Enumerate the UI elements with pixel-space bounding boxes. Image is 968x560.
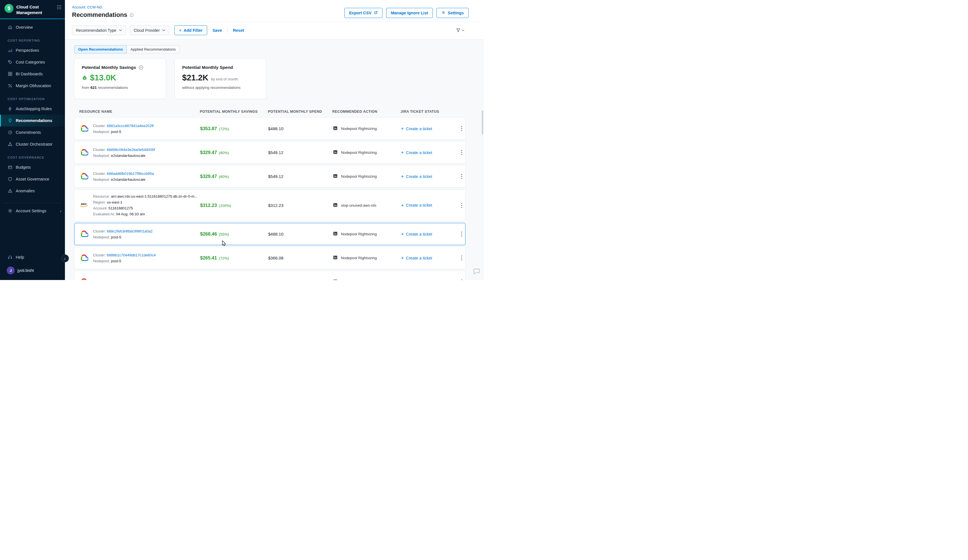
export-csv-button[interactable]: Export CSV xyxy=(344,8,383,18)
sidebar-item-perspectives[interactable]: Perspectives xyxy=(0,45,65,56)
table-row[interactable]: Cluster: 6881a3ccc887941a4ee202ffNodepoo… xyxy=(74,118,466,140)
row-menu-button[interactable] xyxy=(458,126,465,131)
resource-line: Nodepool: e2standar4autoscale xyxy=(93,177,200,182)
add-filter-button[interactable]: + Add Filter xyxy=(174,25,207,35)
table-row[interactable]: Cluster: 6886e92f59a48cad86b5b1c6 $244.0… xyxy=(74,271,466,280)
resource-value: pool-5 xyxy=(111,235,121,239)
breadcrumb-account-link[interactable]: Account: CCM-NG xyxy=(72,5,102,9)
resource-line: Region: us-east-1 xyxy=(93,199,200,205)
sidebar-item-label: Commitments xyxy=(16,130,41,135)
plus-icon: + xyxy=(401,279,404,280)
create-ticket-button[interactable]: + Create a ticket xyxy=(401,279,458,280)
headset-icon xyxy=(8,255,13,260)
accent-divider xyxy=(0,18,65,19)
create-ticket-button[interactable]: + Create a ticket xyxy=(401,203,458,208)
potential-spend-card: Potential Monthly Spend $21.2K by end of… xyxy=(174,58,266,99)
gcp-logo-icon xyxy=(79,124,88,133)
table-row[interactable]: aws Resource: arn:aws:rds:us-east-1:5116… xyxy=(74,189,466,221)
cluster-orchestrator-icon xyxy=(8,142,13,147)
resource-info: Cluster: 6888b1c70e49db17c1de60c4Nodepoo… xyxy=(93,252,200,264)
create-ticket-button[interactable]: + Create a ticket xyxy=(401,150,458,155)
resource-link[interactable]: 688add6fb019b17f9bccb95a xyxy=(107,171,154,176)
tab-applied-recommendations[interactable]: Applied Recommendations xyxy=(127,45,180,53)
filter-drawer-button[interactable] xyxy=(456,28,464,33)
create-ticket-button[interactable]: + Create a ticket xyxy=(401,174,458,179)
row-menu-button[interactable] xyxy=(458,150,465,155)
save-filter-button[interactable]: Save xyxy=(211,28,224,33)
potential-savings-value: $13.0K xyxy=(90,74,116,82)
sidebar-collapse-button[interactable]: ‹ xyxy=(61,254,69,262)
sidebar-item-help[interactable]: Help xyxy=(0,251,65,263)
resource-link[interactable]: 688c2fefc84fbdc99801a0a2 xyxy=(107,229,152,234)
info-icon[interactable] xyxy=(129,13,134,17)
sidebar-item-budgets[interactable]: Budgets xyxy=(0,161,65,173)
sidebar-item-anomalies[interactable]: Anomalies xyxy=(0,185,65,197)
header-actions: Export CSV Manage Ignore List Settings xyxy=(344,5,469,18)
sidebar-item-cost-categories[interactable]: Cost Categories xyxy=(0,56,65,68)
resource-link[interactable]: 6888b1c70e49db17c1de60c4 xyxy=(107,253,156,257)
sidebar-item-overview[interactable]: Overview xyxy=(0,22,65,33)
module-switcher-icon[interactable] xyxy=(57,4,61,11)
rightsizing-action-icon xyxy=(333,149,338,156)
plus-icon: + xyxy=(401,231,404,237)
recommended-action-cell: Nodepool Rightsizing xyxy=(333,125,401,132)
chat-help-icon[interactable] xyxy=(473,267,480,276)
scrollbar-thumb[interactable] xyxy=(482,111,483,135)
tab-open-recommendations[interactable]: Open Recommendations xyxy=(74,45,127,53)
avatar: J xyxy=(7,267,15,274)
recommendations-table: RESOURCE NAME POTENTIAL MONTHLY SAVINGS … xyxy=(74,109,466,280)
row-menu-button[interactable] xyxy=(458,203,465,208)
sidebar-item-recommendations[interactable]: Recommendations xyxy=(0,115,65,126)
table-row[interactable]: Cluster: 68898c064e3e2ba0e544005fNodepoo… xyxy=(74,141,466,164)
row-menu-button[interactable] xyxy=(458,279,465,280)
plus-icon: + xyxy=(179,28,182,33)
recommended-action-cell: Nodepool Rightsizing xyxy=(333,173,401,180)
recommendation-type-select[interactable]: Recommendation Type xyxy=(72,26,126,35)
column-header: JIRA TICKET STATUS xyxy=(401,109,457,114)
chevron-right-icon: › xyxy=(60,209,61,214)
resource-line: Cluster: 6888b1c70e49db17c1de60c4 xyxy=(93,252,200,258)
chevron-down-icon xyxy=(119,29,122,31)
sidebar-item-label: Help xyxy=(16,255,24,260)
resource-link[interactable]: 6881a3ccc887941a4ee202ff xyxy=(107,124,154,128)
sidebar-item-commitments[interactable]: Commitments xyxy=(0,126,65,138)
resource-link[interactable]: 68898c064e3e2ba0e544005f xyxy=(107,147,155,152)
sidebar-item-asset-governance[interactable]: Asset Governance xyxy=(0,173,65,185)
kebab-icon xyxy=(461,279,462,280)
user-menu[interactable]: J jyoti.bisht xyxy=(0,263,65,277)
settings-button[interactable]: Settings xyxy=(436,8,469,18)
gcp-logo-icon xyxy=(79,253,88,263)
resource-link[interactable]: 6886e92f59a48cad86b5b1c6 xyxy=(107,280,155,280)
table-header-row: RESOURCE NAME POTENTIAL MONTHLY SAVINGS … xyxy=(74,109,466,118)
rightsizing-action-icon xyxy=(333,278,338,280)
row-menu-button[interactable] xyxy=(458,231,465,237)
gear-icon xyxy=(8,208,13,214)
create-ticket-button[interactable]: + Create a ticket xyxy=(401,231,458,237)
sidebar-item-account-settings[interactable]: Account Settings › xyxy=(0,205,65,217)
create-ticket-button[interactable]: + Create a ticket xyxy=(401,255,458,260)
rightsizing-action-icon xyxy=(333,125,338,132)
sidebar-item-margin-obfuscation[interactable]: Margin Obfuscation xyxy=(0,80,65,92)
svg-text:?: ? xyxy=(140,66,142,69)
savings-cell: $244.05(57%) xyxy=(200,279,268,280)
sidebar-item-autostopping-rules[interactable]: AutoStopping Rules xyxy=(0,103,65,115)
column-header: POTENTIAL MONTHLY SPEND xyxy=(268,109,332,114)
create-ticket-button[interactable]: + Create a ticket xyxy=(401,126,458,131)
sidebar-item-bi-dashboards[interactable]: BI Dashboards xyxy=(0,68,65,80)
table-row[interactable]: Cluster: 6888b1c70e49db17c1de60c4Nodepoo… xyxy=(74,247,466,269)
sidebar-item-label: Overview xyxy=(16,25,33,30)
rightsizing-action-icon xyxy=(333,202,338,209)
table-row[interactable]: Cluster: 688c2fefc84fbdc99801a0a2Nodepoo… xyxy=(74,223,466,245)
gcp-logo-icon xyxy=(79,148,88,157)
row-menu-button[interactable] xyxy=(458,174,465,179)
cloud-provider-select[interactable]: Cloud Provider xyxy=(130,26,169,35)
column-header: POTENTIAL MONTHLY SAVINGS xyxy=(200,109,268,114)
row-menu-button[interactable] xyxy=(458,255,465,260)
reset-filter-button[interactable]: Reset xyxy=(232,28,246,33)
sidebar-item-cluster-orchestrator[interactable]: Cluster Orchestrator xyxy=(0,138,65,150)
table-row[interactable]: Cluster: 688add6fb019b17f9bccb95aNodepoo… xyxy=(74,165,466,187)
help-circle-icon[interactable]: ? xyxy=(139,65,143,70)
manage-ignore-list-button[interactable]: Manage Ignore List xyxy=(386,8,433,18)
sidebar-item-label: Perspectives xyxy=(16,48,39,53)
gcp-logo-icon xyxy=(79,172,88,181)
